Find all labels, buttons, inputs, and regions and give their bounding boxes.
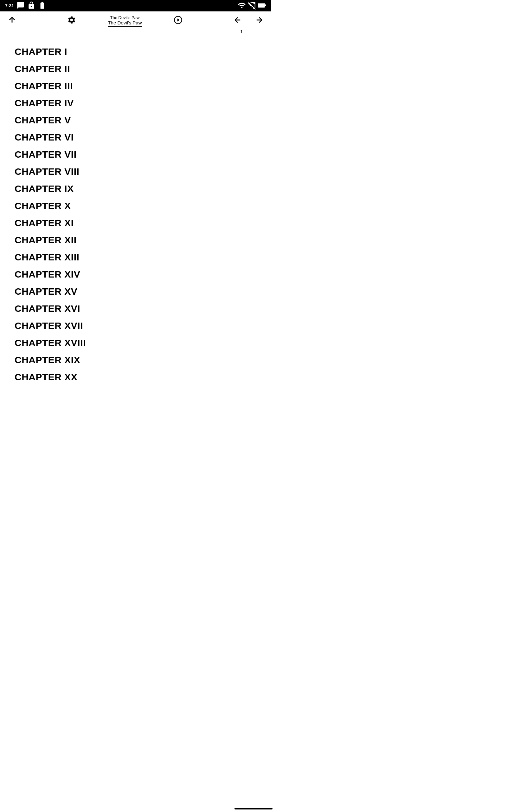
chapter-item[interactable]: CHAPTER III [14,78,257,95]
svg-rect-2 [265,4,266,6]
forward-button[interactable] [255,15,264,26]
toolbar-left [8,15,16,26]
chapter-item[interactable]: CHAPTER IX [14,180,257,197]
charging-icon [38,1,46,10]
chapter-item[interactable]: CHAPTER XV [14,283,257,300]
battery-icon [258,3,266,9]
chapter-item[interactable]: CHAPTER VIII [14,163,257,180]
chat-icon [16,1,25,10]
chapter-item[interactable]: CHAPTER II [14,60,257,78]
svg-rect-1 [258,4,265,7]
chapter-item[interactable]: CHAPTER X [14,197,257,214]
chapter-item[interactable]: CHAPTER I [14,43,257,60]
book-header: The Devil's Paw The Devil's Paw [108,15,142,27]
chapter-item[interactable]: CHAPTER XIII [14,249,257,266]
chapter-item[interactable]: CHAPTER XIX [14,351,257,368]
chapter-item[interactable]: CHAPTER XII [14,232,257,249]
chapter-item[interactable]: CHAPTER IV [14,95,257,112]
status-left: 7:31 [5,1,46,10]
status-right [238,1,266,10]
svg-marker-5 [177,18,179,21]
chapter-item[interactable]: CHAPTER XVIII [14,334,257,351]
chapter-item[interactable]: CHAPTER XVI [14,300,257,317]
chapter-item[interactable]: CHAPTER VI [14,129,257,146]
signal-icon [248,1,256,10]
lock-icon [27,1,36,10]
page-number: 1 [240,29,243,34]
settings-button[interactable] [67,15,76,26]
wifi-icon [238,1,246,10]
book-subtitle: The Devil's Paw [110,15,140,20]
chapter-list: CHAPTER ICHAPTER IICHAPTER IIICHAPTER IV… [0,31,271,405]
chapter-item[interactable]: CHAPTER V [14,112,257,129]
book-title: The Devil's Paw [108,20,142,27]
status-bar: 7:31 [0,0,271,11]
chapter-item[interactable]: CHAPTER XX [14,368,257,386]
chapter-item[interactable]: CHAPTER XIV [14,266,257,283]
toolbar-right [233,15,264,26]
chapter-item[interactable]: CHAPTER XVII [14,317,257,334]
play-button[interactable] [174,15,182,26]
toolbar: The Devil's Paw The Devil's Paw 1 [0,11,271,31]
status-time: 7:31 [5,3,14,8]
chapter-item[interactable]: CHAPTER VII [14,146,257,163]
back-button[interactable] [233,15,242,26]
up-arrow-button[interactable] [8,15,16,26]
chapter-item[interactable]: CHAPTER XI [14,214,257,232]
